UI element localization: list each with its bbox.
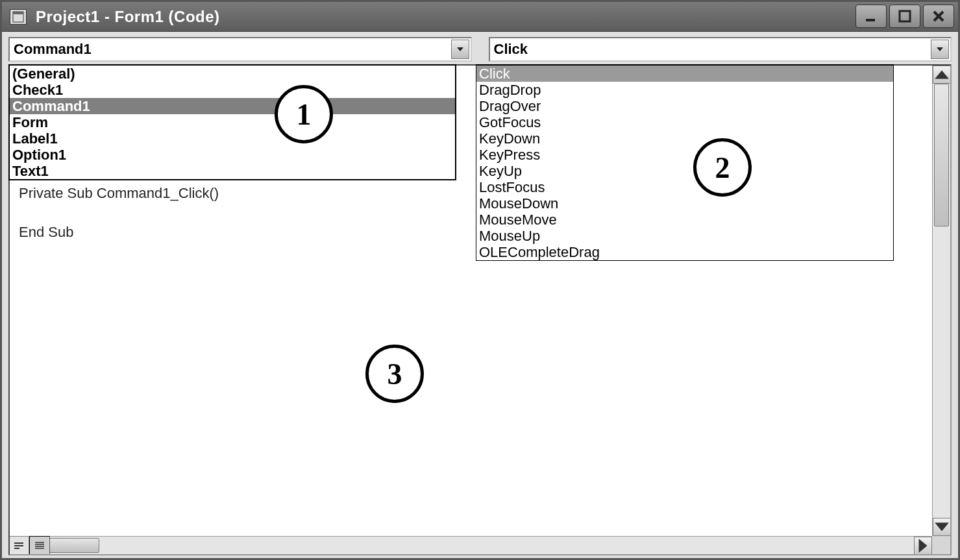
scroll-right-icon[interactable]: [914, 537, 932, 554]
object-dropdown-list[interactable]: (General)Check1Command1FormLabel1Option1…: [8, 64, 456, 180]
procedure-combobox[interactable]: Click: [489, 37, 952, 62]
dropdown-arrow-icon[interactable]: [931, 40, 949, 59]
dropdown-arrow-icon[interactable]: [451, 40, 469, 59]
procedure-view-button[interactable]: [10, 536, 29, 554]
object-option[interactable]: Label1: [10, 130, 455, 147]
procedure-option[interactable]: GotFocus: [476, 114, 893, 130]
svg-rect-1: [13, 12, 23, 14]
svg-rect-3: [900, 11, 910, 21]
titlebar[interactable]: Project1 - Form1 (Code): [2, 2, 958, 32]
object-option[interactable]: (General): [10, 66, 455, 82]
procedure-option[interactable]: KeyPress: [476, 147, 893, 163]
scrollbar-corner: [932, 536, 950, 554]
object-combobox[interactable]: Command1: [8, 37, 472, 62]
minimize-button[interactable]: [855, 5, 887, 28]
full-module-view-button[interactable]: [29, 536, 50, 554]
scroll-thumb[interactable]: [934, 84, 949, 226]
horizontal-scrollbar[interactable]: [10, 536, 932, 554]
object-option[interactable]: Check1: [10, 82, 455, 98]
window-title: Project1 - Form1 (Code): [36, 8, 220, 26]
procedure-option[interactable]: MouseDown: [476, 195, 893, 212]
procedure-option[interactable]: KeyDown: [476, 130, 893, 147]
procedure-option[interactable]: LostFocus: [476, 179, 893, 195]
object-combobox-value: Command1: [14, 41, 92, 58]
procedure-option[interactable]: DragOver: [476, 98, 893, 114]
code-window: Project1 - Form1 (Code) Command1 Click: [0, 0, 960, 560]
procedure-option[interactable]: Click: [476, 66, 893, 82]
vertical-scrollbar[interactable]: [932, 66, 950, 536]
close-button[interactable]: [923, 5, 954, 28]
scroll-up-icon[interactable]: [933, 66, 950, 84]
procedure-option[interactable]: DragDrop: [476, 82, 893, 98]
svg-rect-2: [866, 19, 875, 21]
procedure-option[interactable]: KeyUp: [476, 163, 893, 179]
scroll-down-icon[interactable]: [933, 518, 950, 536]
object-option[interactable]: Text1: [10, 163, 455, 179]
procedure-dropdown-list[interactable]: ClickDragDropDragOverGotFocusKeyDownKeyP…: [476, 64, 894, 261]
object-option[interactable]: Option1: [10, 147, 455, 163]
procedure-option[interactable]: MouseUp: [476, 228, 893, 244]
object-option[interactable]: Form: [10, 114, 455, 130]
procedure-combobox-value: Click: [494, 41, 528, 58]
scroll-track[interactable]: [28, 537, 914, 554]
code-text[interactable]: Private Sub Command1_Click() End Sub: [19, 184, 219, 242]
procedure-option[interactable]: MouseMove: [476, 212, 893, 228]
object-option[interactable]: Command1: [10, 98, 455, 114]
maximize-button[interactable]: [889, 5, 920, 28]
scroll-track[interactable]: [933, 84, 950, 518]
procedure-option[interactable]: OLECompleteDrag: [476, 244, 893, 260]
form-icon: [10, 9, 27, 25]
